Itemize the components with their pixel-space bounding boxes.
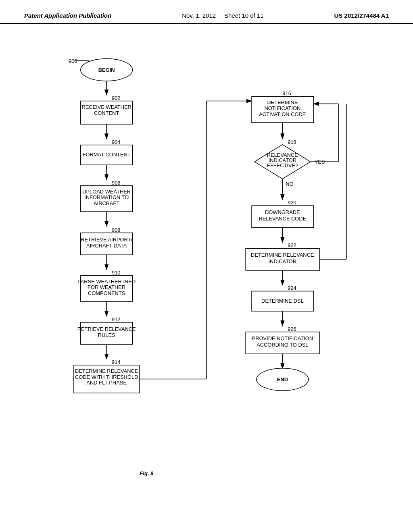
n916-step-label: 916 [282,90,291,96]
n904-step-label: 904 [112,139,120,145]
n912-text-line1: RETRIEVE RELEVANCE [77,326,136,332]
page-header: Patent Application Publication Nov. 1, 2… [0,0,413,24]
n908-text-line1: RETRIEVE AIRPORT/ [81,237,132,243]
header-center: Nov. 1, 2012 Sheet 10 of 11 [182,12,263,19]
n918-step-label: 918 [288,139,296,145]
n926-text-line2: ACCORDING TO DSL [257,342,308,348]
n916-text-line3: ACTIVATION CODE [259,111,306,117]
n920-text-line1: DOWNGRADE [265,209,300,215]
n914-step-label: 914 [112,359,120,365]
n916-text-line1: DETERMINE [267,100,298,106]
n910-step-label: 910 [112,270,120,276]
n910-text-line1: PARSE WEATHER INFO [77,278,136,285]
n912-step-label: 912 [112,316,120,322]
n924-text: DETERMINE DSL [261,298,303,304]
n906-step-label: 906 [112,180,120,186]
n918-text-line3: EFFECTIVE? [267,162,298,168]
n902-step-label: 902 [112,95,120,101]
n906-text-line1: UPLOAD WEATHER [82,189,131,195]
begin-label: BEGIN [98,67,115,73]
publication-label: Patent Application Publication [24,12,111,19]
n924-step-label: 924 [288,285,296,291]
n902-text-line1: RECEIVE WEATHER [81,104,131,110]
n926-text-line1: PROVIDE NOTIFICATION [252,335,313,341]
flowchart-svg: 900 BEGIN 902 RECEIVE WEATHER CONTENT 90… [12,36,401,495]
n906-text-line2: INFORMATION TO [84,194,129,200]
n908-step-label: 908 [112,227,120,233]
n910-text-line2: FOR WEATHER [88,284,125,290]
diagram-area: 900 BEGIN 902 RECEIVE WEATHER CONTENT 90… [0,24,413,507]
figure-number-label: 900 [69,58,77,64]
figure-label: Fig. 9 [140,470,153,476]
n910-text-line3: COMPONENTS [88,290,125,296]
n912-text-line2: RULES [98,332,115,338]
no-label: NO [286,181,293,187]
n902-text-line2: CONTENT [94,110,119,116]
n922-step-label: 922 [288,242,296,248]
n920-text-line2: RELEVANCE CODE [259,216,306,222]
n926-step-label: 926 [288,326,296,332]
end-label: END [277,376,288,382]
n906-text-line3: AIRCRAFT [94,200,120,206]
n914-text-line3: AND FLT PHASE [86,380,127,386]
sheet-label: Sheet 10 of 11 [224,12,264,19]
n920-step-label: 920 [288,200,296,206]
n922-text-line2: INDICATOR [269,258,297,264]
n914-text-line1: DETERMINE RELEVANCE [75,368,138,374]
n922-text-line1: DETERMINE RELEVANCE [251,252,314,258]
n914-text-line2: CODE WITH THRESHOLD [75,374,138,380]
n916-text-line2: NOTIFICATION [264,105,300,111]
n908-text-line2: AIRCRAFT DATA [86,243,127,249]
n904-text: FORMAT CONTENT [83,152,131,158]
date-label: Nov. 1, 2012 [182,12,216,19]
patent-number: US 2012/274484 A1 [334,12,389,19]
